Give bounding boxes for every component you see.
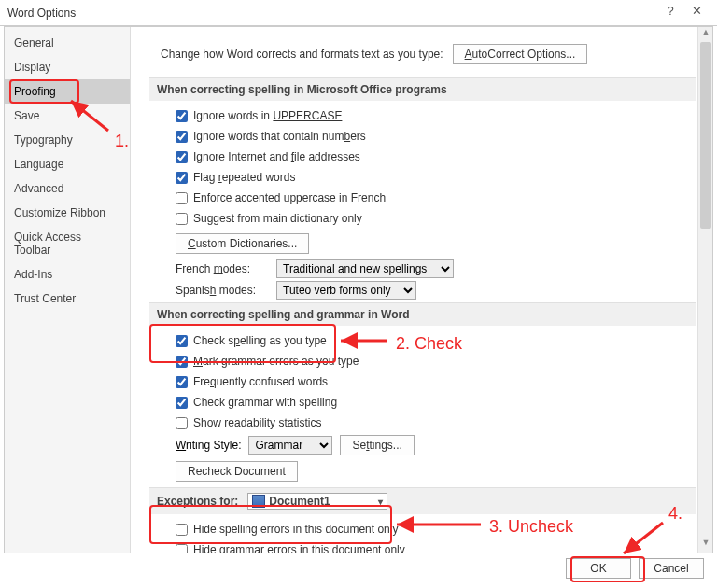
sidebar-item-trust-center[interactable]: Trust Center — [5, 287, 130, 311]
exceptions-doc-name: Document1 — [269, 495, 330, 508]
settings-button[interactable]: Settings... — [340, 435, 414, 455]
sidebar-item-typography[interactable]: Typography — [5, 128, 130, 152]
opt-ignore-internet: Ignore Internet and file addresses — [176, 147, 696, 166]
lbl-main-dict: Suggest from main dictionary only — [193, 212, 362, 225]
opt-flag-repeated: Flag repeated words — [176, 168, 696, 187]
opt-hide-grammar: Hide grammar errors in this document onl… — [176, 540, 696, 553]
opt-readability: Show readability statistics — [176, 413, 696, 432]
intro-row: Change how Word corrects and formats tex… — [161, 44, 696, 64]
sidebar-item-addins[interactable]: Add-Ins — [5, 262, 130, 287]
opt-accented-french: Enforce accented uppercase in French — [176, 189, 696, 207]
writing-style-row: Writing Style: Grammar Settings... — [176, 435, 696, 455]
close-icon[interactable]: ✕ — [683, 4, 710, 22]
sidebar-item-advanced[interactable]: Advanced — [5, 176, 130, 201]
lbl-ignore-internet: Ignore Internet and file addresses — [193, 150, 360, 163]
chk-check-grammar-spell[interactable] — [176, 397, 188, 409]
opt-ignore-numbers: Ignore words that contain numbers — [176, 127, 696, 146]
lbl-check-spelling: Check spelling as you type — [193, 334, 327, 347]
writing-style-select[interactable]: Grammar — [248, 436, 332, 455]
recheck-document-button[interactable]: Recheck Document — [176, 461, 298, 482]
lbl-flag-repeated: Flag repeated words — [193, 171, 295, 184]
window-title: Word Options — [7, 7, 657, 20]
ok-button[interactable]: OK — [566, 558, 631, 579]
french-modes-select[interactable]: Traditional and new spellings — [276, 259, 454, 278]
lbl-readability: Show readability statistics — [193, 416, 321, 429]
chk-main-dict[interactable] — [176, 213, 188, 225]
lbl-accented-french: Enforce accented uppercase in French — [193, 191, 386, 204]
opt-check-grammar-spell: Check grammar with spelling — [176, 393, 696, 412]
chevron-down-icon: ▾ — [378, 497, 383, 507]
opt-confused-words: Frequently confused words — [176, 372, 696, 391]
sidebar-item-display[interactable]: Display — [5, 55, 130, 79]
lbl-ignore-uppercase: Ignore words in UPPERCASE — [193, 109, 342, 122]
custom-dictionaries-button[interactable]: Custom Dictionaries... — [176, 233, 309, 254]
opt-main-dict: Suggest from main dictionary only — [176, 209, 696, 228]
scroll-down-icon[interactable]: ▼ — [698, 538, 712, 553]
lbl-hide-spelling: Hide spelling errors in this document on… — [193, 523, 398, 536]
chk-flag-repeated[interactable] — [176, 172, 188, 184]
content-pane: Change how Word corrects and formats tex… — [131, 27, 712, 553]
recheck-row: Recheck Document — [176, 461, 696, 482]
custom-dict-row: Custom Dictionaries... — [176, 233, 696, 254]
sidebar-item-save[interactable]: Save — [5, 104, 130, 128]
exceptions-doc-select[interactable]: Document1 ▾ — [247, 493, 387, 510]
chk-ignore-uppercase[interactable] — [176, 110, 188, 122]
scroll-up-icon[interactable]: ▲ — [698, 27, 712, 42]
chk-ignore-internet[interactable] — [176, 151, 188, 163]
lbl-check-grammar-spell: Check grammar with spelling — [193, 396, 337, 409]
lbl-confused-words: Frequently confused words — [193, 375, 328, 388]
sidebar-item-qat[interactable]: Quick Access Toolbar — [5, 225, 130, 262]
opt-mark-grammar: Mark grammar errors as you type — [176, 352, 696, 371]
document-icon — [252, 495, 265, 508]
chk-mark-grammar[interactable] — [176, 356, 188, 368]
intro-text: Change how Word corrects and formats tex… — [161, 48, 443, 61]
spanish-modes-select[interactable]: Tuteo verb forms only — [276, 281, 416, 300]
chk-check-spelling[interactable] — [176, 335, 188, 347]
opt-ignore-uppercase: Ignore words in UPPERCASE — [176, 106, 696, 125]
dialog-body: General Display Proofing Save Typography… — [4, 26, 713, 553]
chk-ignore-numbers[interactable] — [176, 131, 188, 143]
lbl-mark-grammar: Mark grammar errors as you type — [193, 355, 358, 368]
lbl-ignore-numbers: Ignore words that contain numbers — [193, 130, 366, 143]
writing-style-label: Writing Style: — [176, 439, 241, 452]
sidebar: General Display Proofing Save Typography… — [5, 27, 131, 553]
section-header-office: When correcting spelling in Microsoft Of… — [149, 77, 696, 101]
exceptions-label: Exceptions for: — [157, 495, 238, 508]
title-bar: Word Options ? ✕ — [0, 0, 717, 26]
sidebar-item-proofing[interactable]: Proofing — [5, 79, 130, 104]
opt-check-spelling: Check spelling as you type — [176, 331, 696, 350]
chk-accented-french[interactable] — [176, 192, 188, 204]
section-header-exceptions: Exceptions for: Document1 ▾ — [149, 487, 696, 514]
chk-hide-spelling[interactable] — [176, 524, 188, 536]
chk-confused-words[interactable] — [176, 376, 188, 388]
sidebar-item-language[interactable]: Language — [5, 152, 130, 176]
help-icon[interactable]: ? — [657, 4, 683, 22]
dialog-footer: OK Cancel — [0, 553, 717, 583]
spanish-modes-label: Spanish modes: — [176, 284, 269, 297]
spanish-modes-row: Spanish modes: Tuteo verb forms only — [176, 281, 696, 300]
vertical-scrollbar[interactable]: ▲ ▼ — [697, 27, 712, 553]
cancel-button[interactable]: Cancel — [639, 558, 704, 579]
scroll-area: Change how Word corrects and formats tex… — [131, 27, 712, 553]
autocorrect-options-button[interactable]: AutoCorrect Options... — [453, 44, 588, 64]
chk-readability[interactable] — [176, 417, 188, 429]
french-modes-row: French modes: Traditional and new spelli… — [176, 259, 696, 278]
opt-hide-spelling: Hide spelling errors in this document on… — [176, 520, 696, 539]
scroll-thumb[interactable] — [700, 42, 711, 229]
lbl-hide-grammar: Hide grammar errors in this document onl… — [193, 543, 405, 553]
section-header-word: When correcting spelling and grammar in … — [149, 302, 696, 326]
sidebar-item-general[interactable]: General — [5, 31, 130, 55]
sidebar-item-customize-ribbon[interactable]: Customize Ribbon — [5, 201, 130, 225]
french-modes-label: French modes: — [176, 262, 269, 275]
chk-hide-grammar[interactable] — [176, 544, 188, 553]
